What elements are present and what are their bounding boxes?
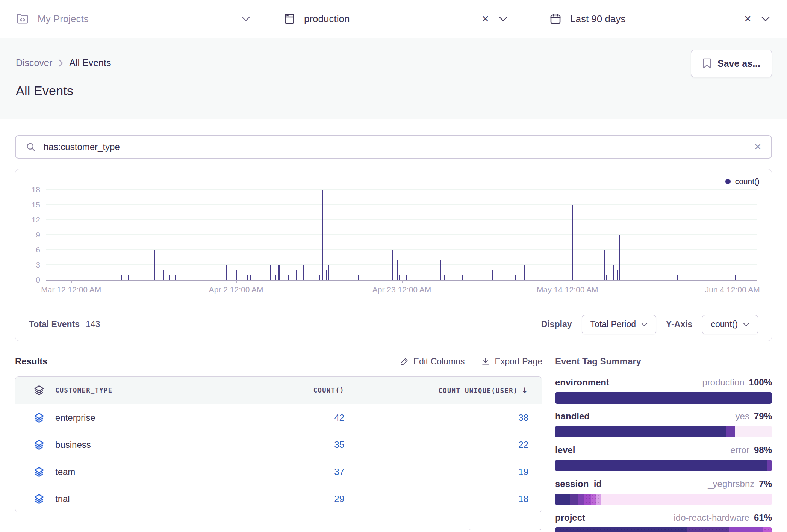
tag-summary-title: Event Tag Summary (555, 356, 772, 367)
table-row: trial2918 (15, 485, 542, 512)
tag-top-value: _yeghrsbnz (708, 479, 754, 489)
chart-spike (492, 270, 493, 280)
chevron-down-icon[interactable] (241, 16, 250, 21)
edit-columns-button[interactable]: Edit Columns (400, 357, 465, 367)
count-link[interactable]: 42 (250, 413, 344, 423)
gridline (46, 234, 757, 235)
table-row: business3522 (15, 431, 542, 458)
x-axis-tick (733, 280, 733, 283)
chart-spike (524, 265, 525, 280)
count-unique-link[interactable]: 18 (344, 494, 528, 504)
count-unique-link[interactable]: 22 (344, 440, 528, 450)
tag-percentage: 61% (754, 512, 772, 523)
export-page-button[interactable]: Export Page (481, 357, 542, 367)
chart-spike (326, 270, 327, 280)
stack-icon[interactable] (33, 466, 45, 478)
stack-icon[interactable] (33, 493, 45, 505)
stack-icon[interactable] (33, 385, 45, 396)
tag-summary-row: session_id_yeghrsbnz7% (555, 479, 772, 505)
results-table-body: enterprise4238business3522team3719trial2… (15, 404, 542, 512)
count-unique-link[interactable]: 19 (344, 467, 528, 477)
tag-bar-segment (763, 527, 772, 532)
tag-bar-segment (570, 494, 578, 505)
next-page-button[interactable] (505, 529, 542, 532)
results-table: CUSTOMER_TYPE COUNT() COUNT_UNIQUE(USER)… (15, 376, 542, 512)
chart-spike (322, 190, 323, 280)
display-dropdown[interactable]: Total Period (582, 315, 656, 334)
project-selector[interactable]: My Projects (0, 0, 261, 38)
environment-selector[interactable]: production ✕ (261, 0, 527, 38)
search-icon (26, 142, 36, 152)
clear-environment-icon[interactable]: ✕ (481, 14, 489, 24)
chart-spike (236, 270, 237, 280)
chart-spike (296, 270, 297, 280)
count-link[interactable]: 35 (250, 440, 344, 450)
chevron-down-icon[interactable] (499, 17, 507, 21)
chart-spike (677, 275, 678, 280)
y-axis-tick-label: 3 (18, 260, 40, 269)
display-dropdown-value: Total Period (590, 319, 636, 329)
tag-bar-segment (735, 426, 772, 437)
search-input[interactable] (44, 142, 746, 152)
edit-columns-label: Edit Columns (413, 357, 465, 367)
pencil-icon (400, 357, 409, 366)
tag-distribution-bar[interactable] (555, 460, 772, 471)
chart-spike (163, 270, 164, 280)
column-header-count[interactable]: COUNT() (250, 387, 344, 394)
page-title: All Events (16, 83, 772, 98)
tag-summary-row: projectido-react-hardware61% (555, 512, 772, 532)
tag-header: session_id_yeghrsbnz7% (555, 479, 772, 489)
previous-page-button[interactable] (468, 529, 505, 532)
count-link[interactable]: 29 (250, 494, 344, 504)
chevron-down-icon (641, 323, 648, 326)
customer-type-value: enterprise (55, 413, 95, 423)
x-axis-tick-label: May 14 12:00 AM (537, 285, 598, 294)
tag-bar-segment (601, 494, 772, 505)
chart-spike (406, 275, 407, 280)
chart-spike (572, 205, 573, 280)
tag-distribution-bar[interactable] (555, 527, 772, 532)
count-unique-link[interactable]: 38 (344, 413, 528, 423)
tag-percentage: 7% (759, 479, 772, 489)
stack-icon[interactable] (33, 439, 45, 450)
yaxis-dropdown[interactable]: count() (702, 315, 758, 334)
column-header-count-unique[interactable]: COUNT_UNIQUE(USER)↓ (344, 386, 528, 395)
y-axis-tick-label: 6 (18, 245, 40, 254)
tag-bar-segment (767, 460, 772, 471)
count-link[interactable]: 37 (250, 467, 344, 477)
chart-plot: 0369121518Mar 12 12:00 AMApr 2 12:00 AMA… (46, 190, 757, 281)
stack-icon[interactable] (33, 412, 45, 423)
chart-spike (440, 260, 441, 280)
y-axis-tick-label: 15 (18, 200, 40, 209)
tag-bar-segment (596, 494, 601, 505)
clear-daterange-icon[interactable]: ✕ (744, 14, 752, 24)
breadcrumb-discover-link[interactable]: Discover (16, 57, 52, 68)
chart-spike (328, 265, 329, 280)
tag-top-value: ido-react-hardware (674, 512, 749, 523)
chart-footer: Total Events 143 Display Total Period Y-… (15, 308, 772, 341)
tag-percentage: 100% (749, 377, 772, 388)
event-tag-summary: Event Tag Summary environmentproduction1… (555, 356, 772, 532)
tag-distribution-bar[interactable] (555, 494, 772, 505)
sort-desc-icon: ↓ (522, 386, 528, 395)
tag-bar-segment (591, 494, 596, 505)
tag-name: environment (555, 377, 609, 388)
tag-distribution-bar[interactable] (555, 426, 772, 437)
tag-name: project (555, 512, 585, 523)
search-bar: ✕ (15, 135, 772, 159)
gridline (46, 219, 757, 220)
tag-distribution-bar[interactable] (555, 392, 772, 404)
daterange-selector[interactable]: Last 90 days ✕ (527, 0, 787, 38)
save-as-button[interactable]: Save as... (691, 50, 772, 77)
gridline (46, 204, 757, 205)
x-axis-tick-label: Apr 2 12:00 AM (209, 285, 263, 294)
chevron-down-icon[interactable] (761, 17, 770, 21)
search-clear-icon[interactable]: ✕ (754, 142, 761, 152)
yaxis-label: Y-Axis (666, 319, 692, 329)
y-axis-tick-label: 12 (18, 215, 40, 224)
results-title: Results (15, 356, 48, 367)
tag-bar-segment (555, 494, 570, 505)
total-events-value: 143 (86, 319, 100, 329)
chart-spike (175, 275, 176, 280)
column-header-customer-type[interactable]: CUSTOMER_TYPE (55, 387, 113, 394)
